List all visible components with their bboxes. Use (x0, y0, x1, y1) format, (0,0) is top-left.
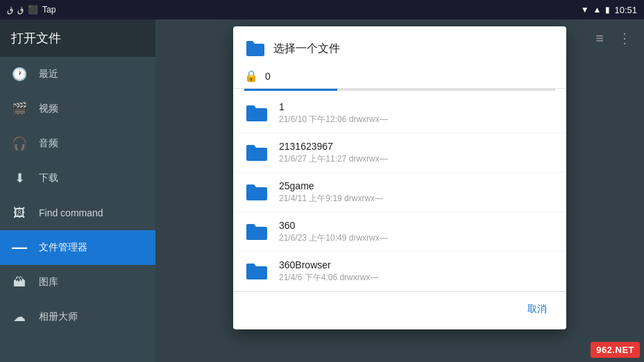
wifi-icon: ▼ (581, 5, 589, 15)
file-info: 1 21/6/10 下午12:06 drwxrwx— (279, 101, 555, 126)
download-status-icon: ⬛ (28, 5, 38, 15)
file-meta: 21/4/11 上午9:19 drwxrwx— (279, 193, 555, 205)
sidebar-label-video: 视频 (39, 103, 58, 115)
file-item[interactable]: 2131623967 21/6/27 上午11:27 drwxrwx— (233, 133, 566, 173)
file-meta: 21/6/23 上午10:49 drwxrwx— (279, 232, 555, 244)
dialog-title: 选择一个文件 (273, 42, 340, 56)
sidebar-label-download: 下载 (39, 172, 58, 184)
status-right: ▼ ▲ ▮ 10:51 (581, 5, 637, 15)
file-name: 360 (279, 220, 555, 231)
file-meta: 21/6/27 上午11:27 drwxrwx— (279, 153, 555, 165)
file-item[interactable]: 25game 21/4/11 上午9:19 drwxrwx— (233, 173, 566, 212)
file-name: 360Browser (279, 259, 555, 270)
content-area: ≡ ⋮ 选择一个文件 🔒 0 (155, 19, 644, 362)
dialog-title-bar: 选择一个文件 (233, 26, 566, 65)
file-name: 2131623967 (279, 141, 555, 152)
file-meta: 21/6/10 下午12:06 drwxrwx— (279, 114, 555, 126)
sidebar-label-photomaster: 相册大师 (39, 311, 78, 323)
status-bar: ق ق ⬛ Tap ▼ ▲ ▮ 10:51 (0, 0, 644, 19)
gallery-icon: 🏔 (11, 274, 28, 291)
file-info: 360Browser 21/4/6 下午4:06 drwxrwx— (279, 259, 555, 284)
sidebar-label-filemanager: 文件管理器 (39, 241, 87, 254)
findcommand-icon: 🖼 (11, 205, 28, 221)
file-name: 1 (279, 101, 555, 112)
notification-icon-2: ق (17, 5, 24, 15)
file-item[interactable]: 360Browser 21/4/6 下午4:06 drwxrwx— (233, 252, 566, 291)
cancel-button[interactable]: 取消 (519, 298, 555, 321)
sidebar-item-recent[interactable]: 🕐 最近 (0, 57, 155, 92)
folder-icon (244, 140, 269, 165)
dialog-path-bar: 🔒 0 (233, 65, 566, 89)
folder-icon (244, 259, 269, 284)
main-layout: 打开文件 🕐 最近 🎬 视频 🎧 音频 ⬇ 下载 🖼 Find command … (0, 19, 644, 362)
sidebar-label-audio: 音频 (39, 137, 58, 150)
path-display: 0 (265, 71, 555, 82)
notification-icon: ق (7, 5, 13, 15)
file-info: 2131623967 21/6/27 上午11:27 drwxrwx— (279, 141, 555, 165)
dialog-overlay: 选择一个文件 🔒 0 (155, 19, 644, 362)
status-left: ق ق ⬛ Tap (7, 5, 56, 15)
watermark: 962.NET (591, 342, 640, 358)
download-icon: ⬇ (11, 170, 28, 187)
video-icon: 🎬 (11, 101, 28, 117)
sidebar-item-download[interactable]: ⬇ 下载 (0, 161, 155, 196)
file-list: 1 21/6/10 下午12:06 drwxrwx— 2131623967 (233, 94, 566, 291)
clock: 10:51 (614, 5, 637, 15)
battery-icon: ▮ (605, 5, 610, 15)
file-item[interactable]: 1 21/6/10 下午12:06 drwxrwx— (233, 94, 566, 133)
file-info: 25game 21/4/11 上午9:19 drwxrwx— (279, 180, 555, 205)
sidebar-item-findcommand[interactable]: 🖼 Find command (0, 196, 155, 230)
folder-icon (244, 101, 269, 126)
signal-icon: ▲ (593, 5, 602, 15)
photomaster-icon: ☁ (11, 309, 28, 325)
folder-icon (244, 180, 269, 205)
file-picker-dialog: 选择一个文件 🔒 0 (233, 26, 566, 329)
dialog-folder-icon (244, 37, 266, 60)
path-progress-bar (244, 89, 555, 91)
sidebar-label-recent: 最近 (39, 68, 58, 80)
sidebar-label-findcommand: Find command (39, 207, 103, 218)
sidebar-label-gallery: 图库 (39, 276, 58, 288)
sidebar-item-video[interactable]: 🎬 视频 (0, 92, 155, 126)
file-item[interactable]: 360 21/6/23 上午10:49 drwxrwx— (233, 212, 566, 252)
sidebar-item-filemanager[interactable]: — 文件管理器 (0, 230, 155, 265)
sidebar-item-photomaster[interactable]: ☁ 相册大师 (0, 300, 155, 334)
clock-icon: 🕐 (11, 66, 28, 83)
sidebar-item-audio[interactable]: 🎧 音频 (0, 126, 155, 161)
sidebar-header: 打开文件 (0, 19, 155, 57)
status-app-name: Tap (42, 5, 56, 15)
filemanager-icon: — (11, 239, 28, 256)
file-name: 25game (279, 180, 555, 191)
sidebar-item-gallery[interactable]: 🏔 图库 (0, 265, 155, 300)
file-meta: 21/4/6 下午4:06 drwxrwx— (279, 272, 555, 284)
dialog-actions: 取消 (233, 291, 566, 329)
audio-icon: 🎧 (11, 135, 28, 152)
folder-icon (244, 219, 269, 244)
lock-icon: 🔒 (244, 69, 258, 83)
file-info: 360 21/6/23 上午10:49 drwxrwx— (279, 220, 555, 244)
sidebar: 打开文件 🕐 最近 🎬 视频 🎧 音频 ⬇ 下载 🖼 Find command … (0, 19, 155, 362)
